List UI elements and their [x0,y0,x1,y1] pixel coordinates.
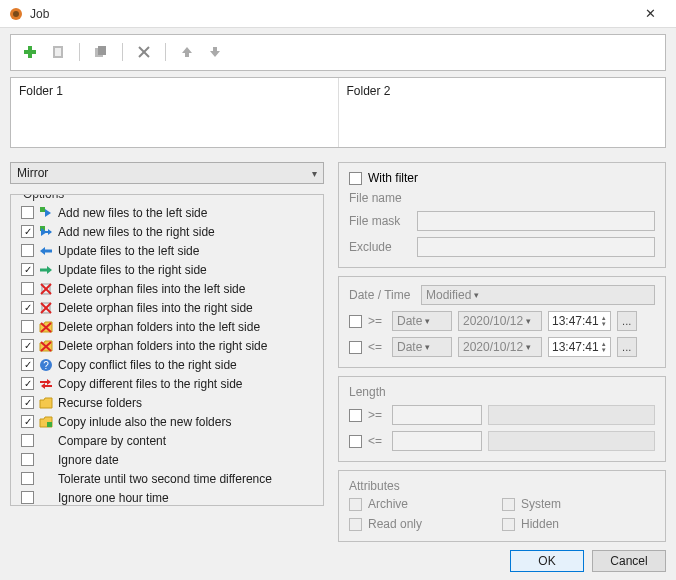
folder-left-column[interactable]: Folder 1 [11,78,338,147]
readonly-checkbox[interactable] [349,518,362,531]
option-row: Delete orphan folders into the left side [21,317,313,336]
folder-left-header: Folder 1 [19,84,330,98]
length-ge-input[interactable] [392,405,482,425]
delete-button[interactable] [135,43,153,61]
option-row: Recurse folders [21,393,313,412]
length-le-input[interactable] [392,431,482,451]
del-file-right-icon [38,300,54,316]
option-checkbox[interactable] [21,491,34,504]
option-label: Add new files to the right side [58,225,215,239]
datetime-ge-field-combo[interactable]: Date▾ [392,311,452,331]
move-up-button[interactable] [178,43,196,61]
option-row: Add new files to the left side [21,203,313,222]
length-ge-unit-combo[interactable] [488,405,655,425]
option-checkbox[interactable] [21,225,34,238]
svg-point-1 [13,11,19,17]
svg-rect-24 [47,422,52,427]
folder-right-column[interactable]: Folder 2 [338,78,666,147]
svg-rect-5 [55,48,61,56]
option-row: Compare by content [21,431,313,450]
option-row: Delete orphan folders into the right sid… [21,336,313,355]
folder-right-header: Folder 2 [347,84,658,98]
option-checkbox[interactable] [21,301,34,314]
datetime-ge-browse-button[interactable]: ... [617,311,637,331]
length-le-unit-combo[interactable] [488,431,655,451]
option-checkbox[interactable] [21,377,34,390]
with-filter-checkbox[interactable] [349,172,362,185]
option-checkbox[interactable] [21,453,34,466]
length-le-checkbox[interactable] [349,435,362,448]
add-left-icon [38,205,54,221]
system-checkbox[interactable] [502,498,515,511]
del-fold-right-icon [38,338,54,354]
option-row: Copy different files to the right side [21,374,313,393]
option-checkbox[interactable] [21,244,34,257]
option-label: Add new files to the left side [58,206,207,220]
mode-combo[interactable]: Mirror ▾ [10,162,324,184]
chevron-down-icon: ▾ [474,290,479,300]
option-label: Delete orphan files into the right side [58,301,253,315]
close-button[interactable]: ✕ [632,6,668,21]
cancel-button[interactable]: Cancel [592,550,666,572]
length-ge-checkbox[interactable] [349,409,362,422]
attributes-group: Attributes Archive System Read only Hidd… [338,470,666,542]
option-label: Update files to the left side [58,244,199,258]
datetime-ge-date-picker[interactable]: 2020/10/12▾ [458,311,542,331]
dialog-footer: OK Cancel [10,550,666,572]
option-row: Update files to the left side [21,241,313,260]
file-name-label: File name [349,191,411,205]
length-group: Length >= <= [338,376,666,462]
option-checkbox[interactable] [21,282,34,295]
recurse-icon [38,395,54,411]
option-row: Add new files to the right side [21,222,313,241]
copy-button[interactable] [92,43,110,61]
svg-rect-7 [98,46,106,55]
datetime-le-date-picker[interactable]: 2020/10/12▾ [458,337,542,357]
option-label: Delete orphan folders into the left side [58,320,260,334]
datetime-ge-time-spinner[interactable]: 13:47:41▲▼ [548,311,611,331]
datetime-le-browse-button[interactable]: ... [617,337,637,357]
add-right-icon [38,224,54,240]
mode-combo-value: Mirror [17,166,312,180]
window-title: Job [30,7,632,21]
option-checkbox[interactable] [21,396,34,409]
option-label: Delete orphan files into the left side [58,282,245,296]
option-label: Recurse folders [58,396,142,410]
datetime-le-field-combo[interactable]: Date▾ [392,337,452,357]
titlebar: Job ✕ [0,0,676,28]
option-checkbox[interactable] [21,472,34,485]
toolbar-separator [165,43,166,61]
datetime-le-time-spinner[interactable]: 13:47:41▲▼ [548,337,611,357]
file-mask-label: File mask [349,214,411,228]
option-checkbox[interactable] [21,358,34,371]
archive-checkbox[interactable] [349,498,362,511]
option-checkbox[interactable] [21,320,34,333]
option-checkbox[interactable] [21,434,34,447]
option-row: Delete orphan files into the right side [21,298,313,317]
chevron-down-icon: ▾ [312,168,317,179]
datetime-le-checkbox[interactable] [349,341,362,354]
hidden-checkbox[interactable] [502,518,515,531]
option-row: ?Copy conflict files to the right side [21,355,313,374]
datetime-label: Date / Time [349,288,411,302]
datetime-ge-checkbox[interactable] [349,315,362,328]
option-row: Tolerate until two second time differenc… [21,469,313,488]
option-checkbox[interactable] [21,263,34,276]
option-checkbox[interactable] [21,339,34,352]
option-label: Ignore date [58,453,119,467]
exclude-input[interactable] [417,237,655,257]
option-checkbox[interactable] [21,415,34,428]
file-mask-input[interactable] [417,211,655,231]
filter-group: With filter File name File mask Exclude [338,162,666,268]
paste-button[interactable] [49,43,67,61]
ok-button[interactable]: OK [510,550,584,572]
with-filter-label: With filter [368,171,418,185]
diff-icon [38,376,54,392]
attributes-label: Attributes [349,479,655,493]
option-checkbox[interactable] [21,206,34,219]
options-legend: Options [19,194,68,201]
datetime-mode-combo[interactable]: Modified ▾ [421,285,655,305]
le-op-label: <= [368,340,386,354]
add-button[interactable] [21,43,39,61]
move-down-button[interactable] [206,43,224,61]
